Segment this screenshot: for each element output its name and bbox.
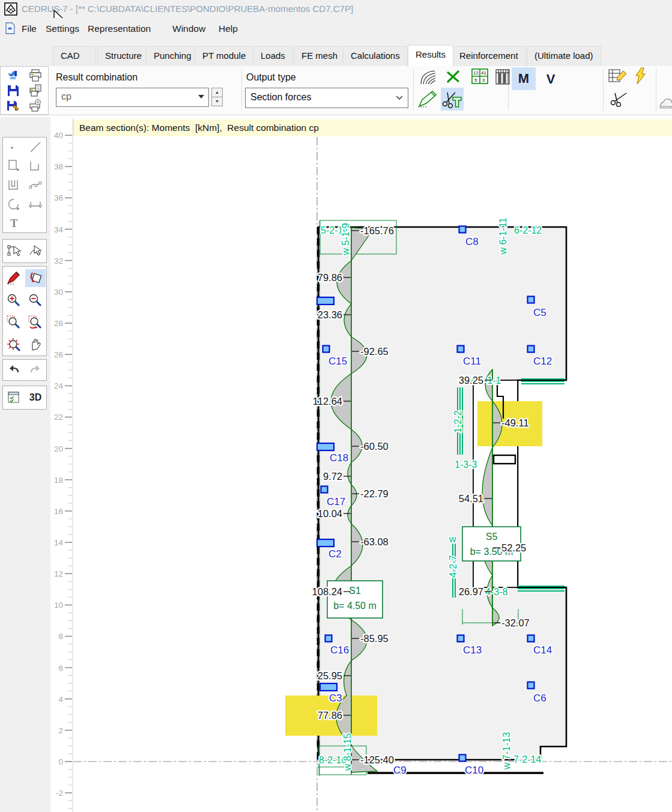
menu-file[interactable]: File xyxy=(22,23,37,34)
combo-dropdown-icon[interactable] xyxy=(198,95,204,98)
ruler-label: 34 xyxy=(54,225,64,234)
menu-help[interactable]: Help xyxy=(219,23,238,34)
zoom-window-tool[interactable] xyxy=(4,314,24,332)
ruler-label: 32 xyxy=(54,256,63,265)
column-marker[interactable] xyxy=(325,635,332,642)
column-marker[interactable] xyxy=(459,226,466,233)
save-as-icon[interactable] xyxy=(6,98,20,113)
column-marker[interactable] xyxy=(528,346,534,353)
view-3d-button[interactable]: 3D xyxy=(25,389,46,407)
view-tools-group xyxy=(2,266,47,356)
lightning-icon[interactable] xyxy=(633,67,649,85)
column-marker[interactable] xyxy=(528,635,534,642)
display-options-button[interactable] xyxy=(4,389,24,407)
ruler-label: 4 xyxy=(58,695,63,704)
cut-section-button[interactable] xyxy=(441,88,464,111)
title-bar: CEDRUS-7 - [** C:\CUBDATA\CLIENTES\PONDI… xyxy=(0,0,672,18)
line-tool[interactable] xyxy=(25,138,46,156)
draw-results-tool[interactable] xyxy=(4,269,24,287)
column-marker[interactable] xyxy=(321,486,328,493)
column-marker[interactable] xyxy=(317,443,334,450)
menu-settings[interactable]: Settings xyxy=(46,23,79,34)
section-box-name: S5 xyxy=(486,532,498,542)
print-icon[interactable] xyxy=(28,68,43,83)
redo-button[interactable] xyxy=(25,361,46,379)
zoom-previous-tool[interactable] xyxy=(25,314,46,332)
column-marker[interactable] xyxy=(320,683,337,691)
column-marker[interactable] xyxy=(528,682,534,689)
pan-tool[interactable] xyxy=(25,336,46,354)
print-preview-icon[interactable] xyxy=(28,83,43,98)
isolines-icon[interactable] xyxy=(419,68,437,85)
green-cross-icon[interactable] xyxy=(446,68,461,85)
result-combination-label: Result combination xyxy=(56,72,138,83)
fe-values-grid-icon[interactable]: 12 41 5 3 xyxy=(471,67,489,85)
ruler-label: 26 xyxy=(54,350,63,359)
tab-fe-mesh[interactable]: FE mesh xyxy=(294,46,345,66)
tab-results[interactable]: Results xyxy=(408,45,453,66)
column-marker[interactable] xyxy=(458,346,464,353)
edit-properties-icon[interactable] xyxy=(608,67,628,85)
spline-tool[interactable] xyxy=(25,176,46,194)
ruler-label: 2 xyxy=(58,726,63,735)
save-icon[interactable] xyxy=(6,83,20,98)
column-marker[interactable] xyxy=(528,297,534,303)
column-label: C6 xyxy=(533,692,546,704)
tab-row: CAD Structure Punching PT module Loads F… xyxy=(0,43,672,66)
draw-section-icon[interactable] xyxy=(417,89,438,109)
menu-window[interactable]: Window xyxy=(172,23,205,34)
undo-button[interactable] xyxy=(4,361,24,379)
moment-value-left: -125.40 xyxy=(360,754,394,765)
moment-value-right: -49.11 xyxy=(501,417,529,428)
column-marker[interactable] xyxy=(323,346,330,353)
print-special-icon[interactable] xyxy=(28,98,43,113)
column-marker[interactable] xyxy=(458,635,464,642)
tab-pt-module[interactable]: PT module xyxy=(195,46,253,66)
zoom-in-tool[interactable] xyxy=(4,291,24,309)
tab-cad[interactable]: CAD xyxy=(53,46,96,66)
scissors-icon[interactable] xyxy=(610,91,628,107)
moment-value-left: -22.79 xyxy=(360,488,389,499)
combination-spinner[interactable]: ▲ ▼ xyxy=(211,88,223,107)
spin-up-icon[interactable]: ▲ xyxy=(211,88,223,97)
polygon-tool[interactable] xyxy=(4,176,24,194)
rectangle-tool[interactable] xyxy=(4,157,24,175)
zoom-out-tool[interactable] xyxy=(25,291,46,309)
point-tool[interactable] xyxy=(4,138,24,156)
stamp-partial-icon[interactable] xyxy=(659,91,672,109)
polyline-tool[interactable] xyxy=(25,157,46,175)
moments-button[interactable]: M xyxy=(512,67,536,90)
moment-value-left: 25.95 xyxy=(318,670,342,681)
workspace-icon[interactable] xyxy=(6,68,20,83)
moment-value-left: 112.64 xyxy=(313,396,342,407)
column-marker[interactable] xyxy=(317,297,334,304)
tab-structure[interactable]: Structure xyxy=(97,46,150,66)
tab-loads[interactable]: Loads xyxy=(253,46,292,66)
select-nodes-tool[interactable] xyxy=(4,242,24,260)
column-label: C11 xyxy=(463,356,481,367)
tab-reinforcement[interactable]: Reinforcement xyxy=(452,46,526,66)
paint-results-tool[interactable] xyxy=(25,269,46,287)
ruler-label: 38 xyxy=(54,162,63,171)
tab-ultimate-load[interactable]: (Ultimate load) xyxy=(527,46,601,66)
column-marker[interactable] xyxy=(459,755,466,762)
zoom-extents-tool[interactable] xyxy=(4,336,24,354)
spin-down-icon[interactable]: ▼ xyxy=(211,97,223,106)
text-tool[interactable]: T xyxy=(4,214,24,232)
select-region-tool[interactable] xyxy=(25,242,46,260)
result-combination-input[interactable]: cp xyxy=(56,88,209,107)
menu-representation[interactable]: Representation xyxy=(88,23,151,34)
wall-label: w 5-1-9 xyxy=(341,223,351,255)
dimension-tool[interactable] xyxy=(25,195,46,213)
display-group: 3D xyxy=(2,386,47,410)
ruler-label: 10 xyxy=(54,601,63,610)
tab-punching[interactable]: Punching xyxy=(146,46,199,66)
column-label: C12 xyxy=(533,356,552,367)
shear-button[interactable]: V xyxy=(540,69,561,89)
draw-tools-group: T xyxy=(2,137,47,233)
column-marker[interactable] xyxy=(317,539,334,547)
output-type-select[interactable]: Section forces xyxy=(245,88,408,108)
circle-tool[interactable] xyxy=(4,195,24,213)
table-icon[interactable] xyxy=(495,68,510,85)
tab-calculations[interactable]: Calculations xyxy=(343,46,408,66)
